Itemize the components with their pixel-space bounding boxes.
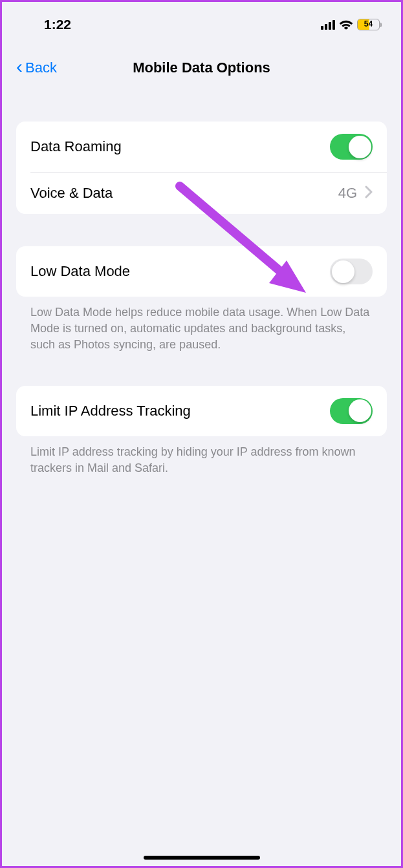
section-connectivity: Data Roaming Voice & Data 4G [16, 122, 387, 214]
status-bar: 1:22 54 [2, 2, 401, 39]
section-low-data: Low Data Mode [16, 246, 387, 297]
row-limit-ip-tracking[interactable]: Limit IP Address Tracking [16, 386, 387, 436]
back-button[interactable]: ‹ Back [16, 59, 57, 76]
row-data-roaming[interactable]: Data Roaming [16, 122, 387, 172]
chevron-right-icon [365, 185, 373, 201]
limit-ip-toggle[interactable] [330, 398, 373, 424]
chevron-left-icon: ‹ [16, 57, 23, 76]
limit-ip-footer: Limit IP address tracking by hiding your… [16, 436, 387, 476]
data-roaming-toggle[interactable] [330, 134, 373, 160]
voice-data-value: 4G [338, 185, 357, 202]
status-time: 1:22 [44, 17, 71, 32]
voice-data-label: Voice & Data [30, 185, 113, 202]
navigation-bar: ‹ Back Mobile Data Options [2, 39, 401, 88]
low-data-mode-toggle[interactable] [330, 259, 373, 284]
battery-percent: 54 [358, 19, 379, 29]
section-limit-ip: Limit IP Address Tracking [16, 386, 387, 436]
low-data-footer: Low Data Mode helps reduce mobile data u… [16, 297, 387, 354]
back-label: Back [25, 59, 57, 76]
home-indicator[interactable] [144, 856, 260, 860]
cellular-signal-icon [321, 20, 335, 30]
row-low-data-mode[interactable]: Low Data Mode [16, 246, 387, 297]
low-data-mode-label: Low Data Mode [30, 263, 130, 280]
limit-ip-label: Limit IP Address Tracking [30, 403, 191, 419]
page-title: Mobile Data Options [2, 59, 401, 76]
row-voice-and-data[interactable]: Voice & Data 4G [30, 172, 387, 214]
wifi-icon [339, 19, 353, 30]
battery-icon: 54 [357, 19, 382, 30]
data-roaming-label: Data Roaming [30, 138, 122, 155]
status-icons: 54 [321, 19, 382, 30]
